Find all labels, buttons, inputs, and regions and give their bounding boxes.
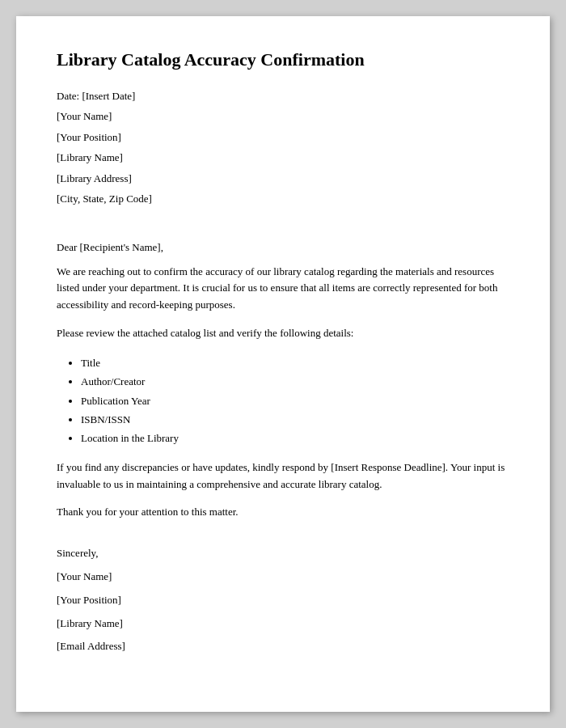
list-item: Title xyxy=(81,353,509,372)
closing-section: Sincerely, [Your Name] [Your Position] [… xyxy=(57,545,509,655)
list-item: Publication Year xyxy=(81,392,509,410)
list-item: ISBN/ISSN xyxy=(81,410,509,429)
closing-library: [Library Name] xyxy=(57,616,509,633)
body-paragraph-1: We are reaching out to confirm the accur… xyxy=(57,264,509,314)
body-paragraph-2: Please review the attached catalog list … xyxy=(57,325,509,342)
library-address: [Library Address] xyxy=(57,171,509,187)
closing-position: [Your Position] xyxy=(57,592,509,609)
list-item: Author/Creator xyxy=(81,372,509,391)
body-paragraph-4: Thank you for your attention to this mat… xyxy=(57,504,509,521)
date-line: Date: [Insert Date] xyxy=(57,88,509,104)
sender-name: [Your Name] xyxy=(57,108,509,125)
salutation: Dear [Recipient's Name], xyxy=(57,241,509,254)
city-state-zip: [City, State, Zip Code] xyxy=(57,191,509,207)
document-title: Library Catalog Accuracy Confirmation xyxy=(57,49,509,72)
checklist: Title Author/Creator Publication Year IS… xyxy=(73,353,509,448)
list-item: Location in the Library xyxy=(81,429,509,447)
sender-position: [Your Position] xyxy=(57,129,509,146)
closing: Sincerely, xyxy=(57,545,509,562)
closing-email: [Email Address] xyxy=(57,638,509,655)
library-name: [Library Name] xyxy=(57,150,509,166)
body-paragraph-3: If you find any discrepancies or have up… xyxy=(57,459,509,493)
closing-name: [Your Name] xyxy=(57,569,509,586)
document-page: Library Catalog Accuracy Confirmation Da… xyxy=(16,16,550,712)
